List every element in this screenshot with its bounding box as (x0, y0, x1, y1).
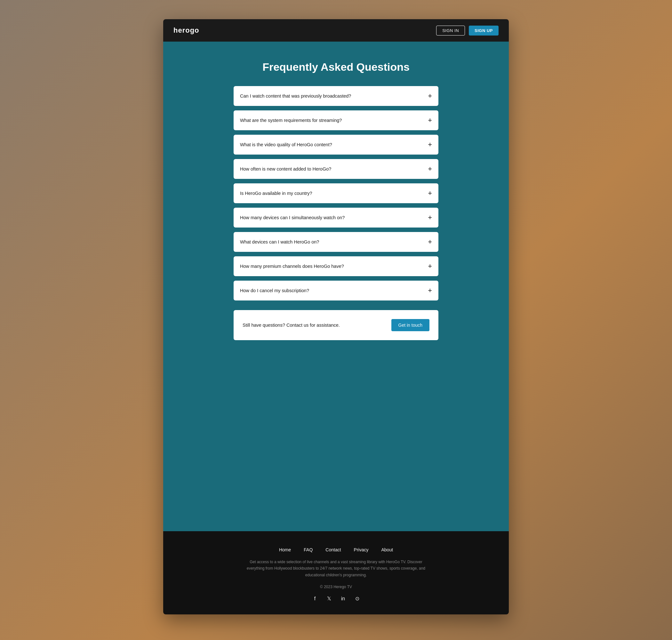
twitter-icon[interactable]: 𝕏 (326, 596, 332, 601)
faq-question-text: What are the system requirements for str… (240, 118, 342, 123)
faq-title: Frequently Asked Questions (262, 61, 410, 73)
faq-question-text: How do I cancel my subscription? (240, 288, 309, 293)
faq-item[interactable]: How many premium channels does HeroGo ha… (234, 256, 438, 276)
main-content: Frequently Asked Questions Can I watch c… (163, 42, 509, 531)
footer-nav-item-faq[interactable]: FAQ (304, 547, 313, 552)
faq-item[interactable]: What are the system requirements for str… (234, 111, 438, 130)
footer-social: f 𝕏 in ⊙ (312, 596, 360, 601)
faq-question-text: Is HeroGo available in my country? (240, 191, 312, 196)
contact-text: Still have questions? Contact us for ass… (243, 323, 340, 328)
footer-nav: HomeFAQContactPrivacyAbout (279, 547, 393, 552)
faq-question-text: How often is new content added to HeroGo… (240, 166, 331, 172)
faq-expand-icon[interactable]: + (428, 214, 432, 222)
faq-expand-icon[interactable]: + (428, 116, 432, 125)
logo: herogo (173, 26, 199, 34)
faq-list: Can I watch content that was previously … (234, 86, 438, 301)
faq-item[interactable]: Is HeroGo available in my country?+ (234, 183, 438, 203)
signin-button[interactable]: SIGN IN (436, 26, 465, 35)
faq-expand-icon[interactable]: + (428, 189, 432, 198)
copyright-text: © 2023 Herego TV (320, 585, 352, 589)
navbar-actions: SIGN IN SIGN UP (436, 26, 499, 35)
get-in-touch-button[interactable]: Get in touch (391, 319, 430, 331)
facebook-icon[interactable]: f (312, 596, 318, 601)
navbar: herogo SIGN IN SIGN UP (163, 19, 509, 42)
faq-question-text: How many premium channels does HeroGo ha… (240, 264, 344, 269)
faq-item[interactable]: How many devices can I simultaneously wa… (234, 208, 438, 228)
faq-item[interactable]: How often is new content added to HeroGo… (234, 159, 438, 179)
faq-expand-icon[interactable]: + (428, 287, 432, 295)
signup-button[interactable]: SIGN UP (469, 26, 499, 35)
app-window: herogo SIGN IN SIGN UP Frequently Asked … (163, 19, 509, 614)
faq-expand-icon[interactable]: + (428, 141, 432, 149)
faq-question-text: How many devices can I simultaneously wa… (240, 215, 345, 220)
faq-question-text: Can I watch content that was previously … (240, 93, 351, 99)
linkedin-icon[interactable]: in (340, 596, 346, 601)
footer-nav-item-about[interactable]: About (381, 547, 393, 552)
faq-question-text: What devices can I watch HeroGo on? (240, 239, 319, 245)
footer-copyright: © 2023 Herego TV (320, 585, 352, 589)
contact-box: Still have questions? Contact us for ass… (234, 310, 438, 340)
footer-description: Get access to a wide selection of live c… (246, 559, 426, 578)
faq-expand-icon[interactable]: + (428, 92, 432, 100)
footer-nav-item-contact[interactable]: Contact (325, 547, 341, 552)
faq-item[interactable]: How do I cancel my subscription?+ (234, 281, 438, 301)
faq-item[interactable]: What devices can I watch HeroGo on?+ (234, 232, 438, 252)
faq-item[interactable]: What is the video quality of HeroGo cont… (234, 135, 438, 155)
footer-nav-item-privacy[interactable]: Privacy (354, 547, 369, 552)
faq-expand-icon[interactable]: + (428, 238, 432, 246)
footer: HomeFAQContactPrivacyAbout Get access to… (163, 531, 509, 614)
faq-expand-icon[interactable]: + (428, 165, 432, 173)
instagram-icon[interactable]: ⊙ (354, 596, 360, 601)
faq-question-text: What is the video quality of HeroGo cont… (240, 142, 332, 147)
footer-nav-item-home[interactable]: Home (279, 547, 291, 552)
faq-expand-icon[interactable]: + (428, 262, 432, 271)
faq-item[interactable]: Can I watch content that was previously … (234, 86, 438, 106)
